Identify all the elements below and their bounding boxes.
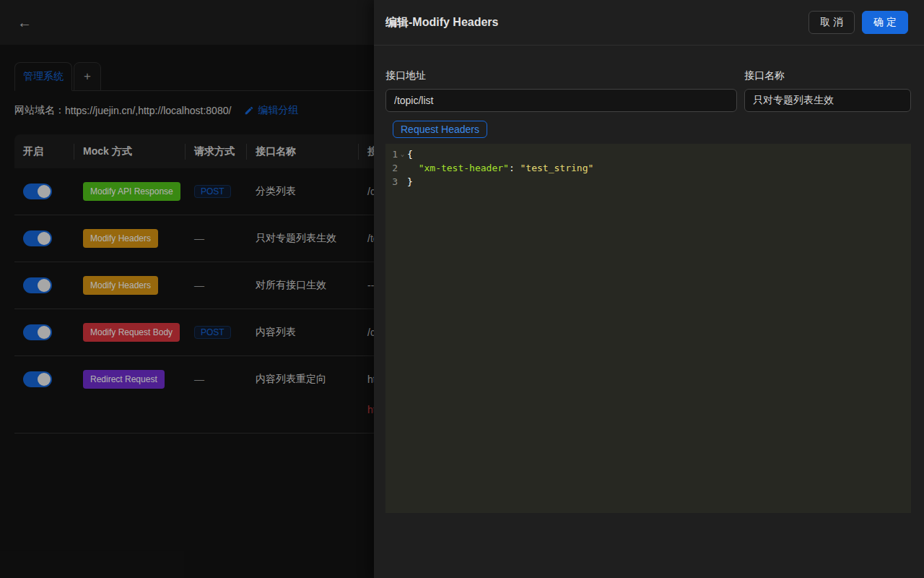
drawer-form: 接口地址 接口名称 <box>385 67 911 112</box>
editor-line: 3 } <box>385 175 911 189</box>
fold-icon[interactable]: ⌄ <box>398 147 407 161</box>
confirm-button[interactable]: 确 定 <box>862 11 908 34</box>
api-name-input[interactable] <box>744 89 911 112</box>
editor-line: 1 ⌄ { <box>385 147 911 161</box>
request-headers-button[interactable]: Request Headers <box>393 121 487 138</box>
api-url-input[interactable] <box>385 89 737 112</box>
json-value: "test_string" <box>520 163 594 173</box>
json-key: "xm-test-header" <box>419 163 509 173</box>
api-name-label: 接口名称 <box>744 67 911 83</box>
headers-json-editor[interactable]: 1 ⌄ { 2 "xm-test-header": "test_string" … <box>385 144 911 513</box>
drawer-header: 编辑-Modify Headers 取 消 确 定 <box>374 0 924 46</box>
drawer-title: 编辑-Modify Headers <box>385 15 498 30</box>
api-url-label: 接口地址 <box>385 67 737 83</box>
cancel-button[interactable]: 取 消 <box>808 11 855 34</box>
editor-line: 2 "xm-test-header": "test_string" <box>385 161 911 175</box>
line-number: 2 <box>385 161 398 175</box>
drawer-body: 接口地址 接口名称 Request Headers 1 ⌄ { 2 <box>374 46 924 513</box>
line-number: 3 <box>385 175 398 189</box>
edit-drawer: 编辑-Modify Headers 取 消 确 定 接口地址 接口名称 Requ… <box>374 0 924 578</box>
drawer-actions: 取 消 确 定 <box>808 11 908 34</box>
app-window: ← 管理系统 + 网站域名： https://juejin.cn/,http:/… <box>0 0 924 578</box>
line-number: 1 <box>385 147 398 161</box>
